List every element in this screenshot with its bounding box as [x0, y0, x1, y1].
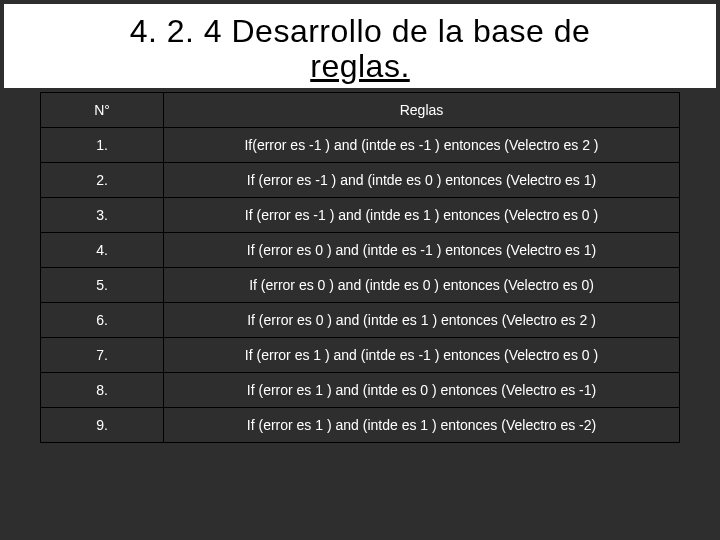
row-number: 7. — [41, 338, 164, 373]
row-rule: If (error es 1 ) and (intde es -1 ) ento… — [164, 338, 680, 373]
row-rule: If (error es 0 ) and (intde es -1 ) ento… — [164, 233, 680, 268]
row-rule: If (error es 0 ) and (intde es 0 ) enton… — [164, 268, 680, 303]
row-number: 5. — [41, 268, 164, 303]
table-row: 2. If (error es -1 ) and (intde es 0 ) e… — [41, 163, 680, 198]
table-row: 4. If (error es 0 ) and (intde es -1 ) e… — [41, 233, 680, 268]
row-number: 9. — [41, 408, 164, 443]
row-number: 2. — [41, 163, 164, 198]
row-rule: If (error es 1 ) and (intde es 1 ) enton… — [164, 408, 680, 443]
row-rule: If (error es -1 ) and (intde es 1 ) ento… — [164, 198, 680, 233]
table-row: 7. If (error es 1 ) and (intde es -1 ) e… — [41, 338, 680, 373]
row-rule: If(error es -1 ) and (intde es -1 ) ento… — [164, 128, 680, 163]
title-line-1: 4. 2. 4 Desarrollo de la base de — [130, 13, 591, 49]
slide-title-container: 4. 2. 4 Desarrollo de la base de reglas. — [4, 4, 716, 88]
row-number: 8. — [41, 373, 164, 408]
table-header-row: N° Reglas — [41, 93, 680, 128]
rules-table: N° Reglas 1. If(error es -1 ) and (intde… — [40, 92, 680, 443]
row-number: 4. — [41, 233, 164, 268]
table-row: 6. If (error es 0 ) and (intde es 1 ) en… — [41, 303, 680, 338]
slide-title: 4. 2. 4 Desarrollo de la base de reglas. — [28, 14, 692, 84]
row-rule: If (error es -1 ) and (intde es 0 ) ento… — [164, 163, 680, 198]
title-line-2: reglas. — [310, 48, 410, 84]
row-rule: If (error es 0 ) and (intde es 1 ) enton… — [164, 303, 680, 338]
table-row: 3. If (error es -1 ) and (intde es 1 ) e… — [41, 198, 680, 233]
header-rules: Reglas — [164, 93, 680, 128]
row-number: 3. — [41, 198, 164, 233]
header-number: N° — [41, 93, 164, 128]
row-rule: If (error es 1 ) and (intde es 0 ) enton… — [164, 373, 680, 408]
table-row: 1. If(error es -1 ) and (intde es -1 ) e… — [41, 128, 680, 163]
row-number: 1. — [41, 128, 164, 163]
row-number: 6. — [41, 303, 164, 338]
table-row: 8. If (error es 1 ) and (intde es 0 ) en… — [41, 373, 680, 408]
table-row: 9. If (error es 1 ) and (intde es 1 ) en… — [41, 408, 680, 443]
table-row: 5. If (error es 0 ) and (intde es 0 ) en… — [41, 268, 680, 303]
